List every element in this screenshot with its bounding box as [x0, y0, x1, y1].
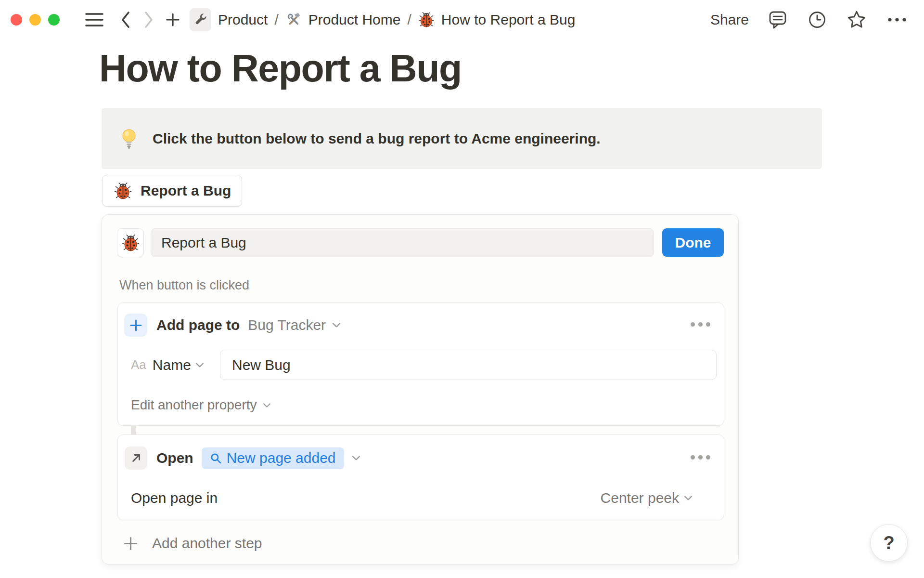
property-name-select[interactable]: Name — [153, 357, 191, 373]
search-icon — [210, 452, 222, 464]
step-options-button[interactable] — [691, 322, 710, 327]
forward-icon[interactable] — [142, 10, 155, 29]
help-button[interactable]: ? — [870, 524, 908, 562]
chevron-down-icon[interactable] — [196, 363, 204, 368]
step-action-label: Open — [156, 450, 193, 466]
comments-icon[interactable] — [768, 10, 787, 30]
chevron-down-icon[interactable] — [333, 323, 340, 328]
breadcrumb-separator: / — [274, 12, 278, 28]
favorite-star-icon[interactable] — [847, 10, 866, 29]
add-page-step-icon-box — [124, 314, 147, 337]
step-card-add-page: Add page to Bug Tracker Aa Name Edit ano… — [117, 302, 724, 426]
back-icon[interactable] — [119, 10, 132, 29]
database-select[interactable]: Bug Tracker — [248, 317, 326, 333]
callout-text: Click the button below to send a bug rep… — [153, 131, 601, 147]
clock-icon[interactable] — [808, 10, 827, 29]
button-name-input[interactable] — [151, 228, 654, 257]
button-icon-picker[interactable] — [117, 228, 144, 257]
breadcrumb-root-tile[interactable] — [190, 8, 211, 31]
chevron-down-icon — [263, 403, 270, 407]
plus-icon — [123, 536, 138, 551]
edit-another-property-label: Edit another property — [131, 397, 257, 413]
lightbulb-icon — [120, 128, 138, 150]
done-button[interactable]: Done — [662, 228, 724, 257]
wrench-icon — [193, 13, 208, 27]
window-titlebar: Product / Product Home / How to Report a… — [0, 0, 924, 39]
chevron-down-icon — [684, 496, 692, 500]
property-type-abbrev: Aa — [131, 357, 146, 372]
open-page-in-value: Center peek — [601, 490, 679, 506]
button-config-panel: Done When button is clicked Add page to … — [102, 214, 739, 565]
step-action-label: Add page to — [156, 317, 240, 333]
edit-another-property-button[interactable]: Edit another property — [131, 397, 270, 413]
add-another-step-button[interactable]: Add another step — [123, 533, 262, 554]
arrow-up-right-icon — [130, 452, 142, 464]
property-value-input[interactable] — [220, 350, 717, 380]
open-page-in-select[interactable]: Center peek — [601, 490, 692, 506]
new-tab-icon[interactable] — [165, 12, 181, 28]
plus-icon — [129, 319, 142, 332]
trigger-label: When button is clicked — [119, 278, 249, 293]
step-options-button[interactable] — [691, 455, 710, 460]
report-a-bug-button-label: Report a Bug — [141, 183, 231, 199]
breadcrumb: Product / Product Home / How to Report a… — [211, 12, 575, 28]
ladybug-icon — [418, 12, 435, 28]
breadcrumb-item-product-home[interactable]: Product Home — [308, 12, 401, 28]
hammer-and-wrench-icon — [285, 12, 302, 28]
sidebar-menu-icon[interactable] — [85, 11, 104, 28]
open-target-chip[interactable]: New page added — [202, 447, 344, 469]
step-card-open-page: Open New page added Open page in Center … — [117, 434, 724, 520]
more-options-icon[interactable] — [886, 17, 908, 23]
chevron-down-icon[interactable] — [352, 456, 360, 460]
share-button[interactable]: Share — [710, 12, 749, 28]
close-window-button[interactable] — [11, 14, 22, 26]
ladybug-icon — [122, 234, 140, 252]
ladybug-icon — [114, 182, 132, 200]
callout-block: Click the button below to send a bug rep… — [102, 108, 822, 169]
breadcrumb-item-current-page[interactable]: How to Report a Bug — [441, 12, 575, 28]
minimize-window-button[interactable] — [29, 14, 41, 26]
open-step-icon-box — [125, 447, 147, 470]
zoom-window-button[interactable] — [48, 14, 60, 26]
open-page-in-label: Open page in — [131, 490, 218, 506]
add-another-step-label: Add another step — [152, 535, 262, 552]
page-title: How to Report a Bug — [99, 46, 462, 91]
breadcrumb-separator: / — [407, 12, 411, 28]
breadcrumb-item-product[interactable]: Product — [218, 12, 268, 28]
traffic-lights — [11, 14, 60, 26]
report-a-bug-button[interactable]: Report a Bug — [102, 175, 242, 207]
open-target-label: New page added — [227, 450, 336, 466]
